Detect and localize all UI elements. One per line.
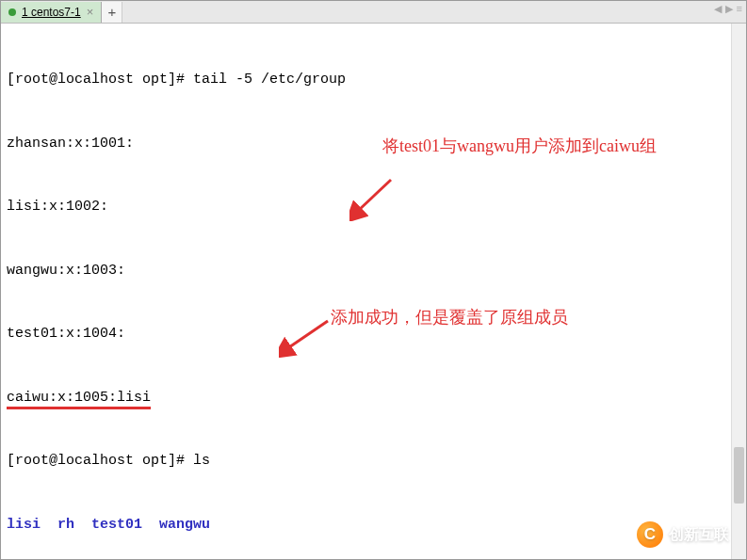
terminal-line: [root@localhost opt]# tail -5 /etc/group	[7, 70, 740, 91]
watermark-icon: C	[637, 521, 663, 548]
terminal-output[interactable]: [root@localhost opt]# tail -5 /etc/group…	[1, 24, 746, 559]
tab-bar: 1 centos7-1 × + ◀ ▶ ≡	[1, 1, 746, 24]
terminal-line: wangwu:x:1003:	[7, 261, 740, 282]
scrollbar[interactable]	[731, 24, 746, 559]
terminal-line: lisi rh test01 wangwu	[7, 515, 740, 536]
tab-navigation: ◀ ▶ ≡	[714, 3, 742, 15]
terminal-line: lisi:x:1002:	[7, 197, 740, 218]
annotation-text: 将test01与wangwu用户添加到caiwu组	[382, 135, 684, 157]
nav-right-icon[interactable]: ▶	[725, 3, 733, 15]
watermark-text: 创新互联	[669, 525, 729, 545]
close-icon[interactable]: ×	[87, 5, 94, 19]
annotation-text: 添加成功，但是覆盖了原组成员	[331, 306, 689, 328]
watermark: C 创新互联	[637, 521, 729, 548]
status-dot-icon	[8, 8, 16, 16]
tab-centos7-1[interactable]: 1 centos7-1 ×	[1, 2, 102, 23]
nav-left-icon[interactable]: ◀	[714, 3, 722, 15]
tab-title: 1 centos7-1	[22, 6, 81, 19]
terminal-line: [root@localhost opt]# ls	[7, 451, 740, 472]
nav-menu-icon[interactable]: ≡	[737, 3, 742, 15]
terminal-line: caiwu:x:1005:lisi	[7, 388, 740, 409]
add-tab-button[interactable]: +	[102, 2, 122, 23]
scroll-thumb[interactable]	[734, 447, 744, 504]
